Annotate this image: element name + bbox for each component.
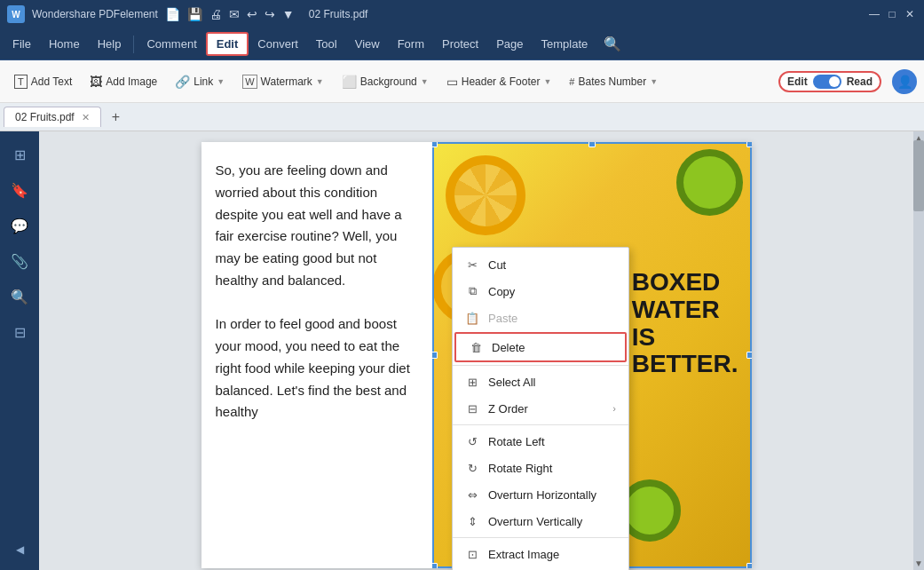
z-order-arrow: › (612, 403, 616, 414)
scrollbar-thumb[interactable] (913, 140, 924, 211)
ctx-z-order-label: Z Order (488, 402, 528, 416)
minimize-button[interactable]: — (867, 7, 881, 21)
menu-view[interactable]: View (346, 34, 389, 54)
background-icon: ⬜ (342, 75, 357, 89)
new-tab-button[interactable]: + (105, 106, 127, 129)
save-icon[interactable]: 💾 (187, 7, 202, 21)
watermark-button[interactable]: W Watermark ▼ (235, 71, 331, 92)
menu-comment[interactable]: Comment (138, 34, 205, 54)
ctx-select-all[interactable]: ⊞ Select All (453, 368, 628, 395)
menu-file[interactable]: File (4, 34, 40, 54)
background-label: Background (360, 75, 417, 88)
header-footer-chevron: ▼ (543, 77, 551, 86)
tab-label: 02 Fruits.pdf (15, 111, 75, 123)
ctx-paste-label: Paste (488, 312, 517, 325)
sidebar-bookmark[interactable]: 🔖 (4, 174, 36, 206)
sidebar-collapse[interactable]: ◀ (16, 543, 24, 563)
toggle-switch[interactable] (813, 75, 841, 89)
ctx-separator-3 (453, 537, 628, 538)
cut-icon: ✂ (465, 257, 479, 272)
file-name: 02 Fruits.pdf (309, 8, 368, 20)
edit-read-toggle[interactable]: Edit Read (778, 71, 881, 92)
more-icon[interactable]: ▼ (282, 7, 295, 21)
boxed-water-line1: BOXED (632, 269, 738, 297)
print-icon[interactable]: 🖨 (209, 7, 222, 21)
left-sidebar: ⊞ 🔖 💬 📎 🔍 ⊟ ◀ (0, 131, 39, 570)
bates-number-chevron: ▼ (650, 77, 658, 86)
link-button[interactable]: 🔗 Link ▼ (168, 71, 232, 92)
ctx-rotate-left[interactable]: ↺ Rotate Left (453, 428, 628, 455)
rotate-right-icon: ↻ (465, 461, 479, 475)
email-icon[interactable]: ✉ (229, 7, 240, 21)
ctx-overturn-h[interactable]: ⇔ Overturn Horizontally (453, 481, 628, 508)
fruit-circle-1 (446, 155, 525, 235)
user-avatar[interactable]: 👤 (892, 69, 917, 94)
z-order-icon: ⊟ (465, 401, 479, 416)
context-menu: ✂ Cut ⧉ Copy 📋 Paste 🗑 Delete (452, 247, 629, 570)
new-file-icon[interactable]: 📄 (165, 7, 180, 21)
close-button[interactable]: ✕ (903, 7, 917, 21)
header-footer-label: Header & Footer (462, 75, 541, 88)
header-footer-icon: ▭ (446, 75, 458, 89)
maximize-button[interactable]: □ (885, 7, 899, 21)
menu-protect[interactable]: Protect (433, 34, 487, 54)
sidebar-pages[interactable]: ⊞ (4, 139, 36, 170)
toolbar: T Add Text 🖼 Add Image 🔗 Link ▼ W Waterm… (0, 60, 924, 103)
menu-template[interactable]: Template (533, 34, 597, 54)
redo-icon[interactable]: ↪ (265, 7, 275, 21)
pdf-text-column: So, you are feeling down and worried abo… (201, 142, 432, 568)
header-footer-button[interactable]: ▭ Header & Footer ▼ (439, 71, 559, 92)
ctx-rotate-right[interactable]: ↻ Rotate Right (453, 455, 628, 481)
menu-form[interactable]: Form (389, 34, 433, 54)
link-chevron: ▼ (217, 77, 225, 86)
boxed-water-text: BOXED WATER IS BETTER. (632, 269, 738, 378)
window-controls: — □ ✕ (867, 7, 917, 21)
tab-fruits[interactable]: 02 Fruits.pdf ✕ (4, 107, 101, 127)
ctx-z-order[interactable]: ⊟ Z Order › (453, 395, 628, 422)
watermark-label: Watermark (261, 75, 312, 88)
ctx-separator-2 (453, 424, 628, 425)
app-logo: W (7, 5, 25, 23)
bates-number-icon: # (569, 76, 574, 87)
menu-page[interactable]: Page (487, 34, 532, 54)
overturn-v-icon: ⇕ (465, 514, 479, 528)
add-text-icon: T (14, 75, 28, 89)
select-all-icon: ⊞ (465, 375, 479, 389)
scroll-down-arrow[interactable]: ▼ (913, 557, 924, 570)
ctx-copy[interactable]: ⧉ Copy (453, 278, 628, 305)
background-button[interactable]: ⬜ Background ▼ (335, 71, 436, 92)
ctx-paste[interactable]: 📋 Paste (453, 305, 628, 331)
content-area: So, you are feeling down and worried abo… (39, 131, 924, 570)
search-menu-icon[interactable]: 🔍 (604, 36, 621, 52)
boxed-water-line2: WATER (632, 297, 738, 324)
menu-help[interactable]: Help (89, 34, 130, 54)
right-scrollbar[interactable]: ▲ ▼ (913, 131, 924, 570)
link-icon: 🔗 (175, 75, 190, 89)
ctx-extract-image[interactable]: ⊡ Extract Image (453, 541, 628, 567)
ctx-cut[interactable]: ✂ Cut (453, 251, 628, 278)
rotate-left-icon: ↺ (465, 434, 479, 448)
watermark-icon: W (242, 75, 257, 89)
tab-close-button[interactable]: ✕ (82, 112, 90, 123)
copy-icon: ⧉ (465, 284, 479, 298)
add-text-label: Add Text (31, 75, 72, 88)
add-image-button[interactable]: 🖼 Add Image (83, 71, 164, 92)
menu-home[interactable]: Home (40, 34, 89, 54)
title-bar: W Wondershare PDFelement 📄 💾 🖨 ✉ ↩ ↪ ▼ 0… (0, 0, 924, 28)
read-label: Read (847, 75, 873, 88)
menu-separator-1 (133, 36, 134, 53)
sidebar-comment[interactable]: 💬 (4, 210, 36, 241)
undo-icon[interactable]: ↩ (247, 7, 257, 21)
menu-convert[interactable]: Convert (249, 34, 307, 54)
add-image-icon: 🖼 (90, 75, 102, 89)
sidebar-layers[interactable]: ⊟ (4, 316, 36, 348)
sidebar-attachment[interactable]: 📎 (4, 245, 36, 277)
menu-edit[interactable]: Edit (206, 32, 249, 56)
add-text-button[interactable]: T Add Text (7, 71, 79, 92)
sidebar-search[interactable]: 🔍 (4, 281, 36, 313)
ctx-delete[interactable]: 🗑 Delete (454, 332, 627, 362)
boxed-water-line3: IS (632, 323, 738, 351)
ctx-overturn-v[interactable]: ⇕ Overturn Vertically (453, 508, 628, 534)
menu-tool[interactable]: Tool (307, 34, 346, 54)
bates-number-button[interactable]: # Bates Number ▼ (562, 72, 665, 91)
